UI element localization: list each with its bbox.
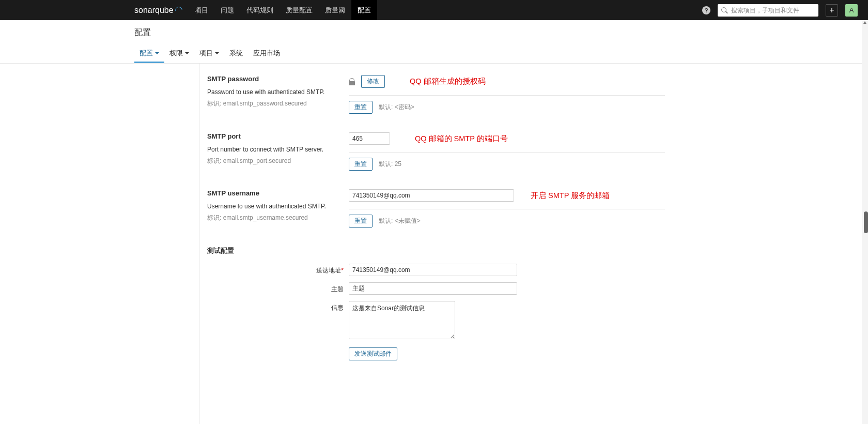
message-label: 信息 — [200, 301, 349, 312]
modify-button[interactable]: 修改 — [361, 75, 385, 88]
setting-description: SMTP port Port number to connect with SM… — [200, 132, 349, 171]
chevron-down-icon — [185, 52, 189, 54]
divider — [349, 95, 665, 96]
test-message-textarea[interactable] — [349, 301, 455, 339]
reset-button[interactable]: 重置 — [349, 101, 373, 114]
divider — [349, 152, 665, 153]
global-search — [718, 4, 818, 17]
annotation-text: QQ 邮箱生成的授权码 — [410, 77, 486, 86]
setting-smtp-password: SMTP password Password to use with authe… — [200, 64, 868, 121]
subnav-marketplace[interactable]: 应用市场 — [248, 46, 285, 63]
main-panel: SMTP password Password to use with authe… — [200, 64, 868, 424]
default-value: 默认: <未赋值> — [379, 217, 421, 225]
default-value: 默认: 25 — [379, 160, 401, 169]
nav-issues[interactable]: 问题 — [214, 0, 240, 20]
subnav-label: 配置 — [140, 49, 153, 58]
setting-key: 标识: email.smtp_port.secured — [207, 157, 338, 165]
help-icon[interactable]: ? — [702, 6, 710, 14]
logo-arc-icon — [175, 6, 183, 14]
nav-rules[interactable]: 代码规则 — [240, 0, 280, 20]
test-subject-row: 主题 — [200, 282, 868, 295]
test-to-input[interactable] — [349, 264, 517, 276]
default-value: 默认: <密码> — [379, 103, 414, 112]
nav-projects[interactable]: 项目 — [189, 0, 214, 20]
subnav-security[interactable]: 权限 — [164, 46, 194, 63]
subnav-system[interactable]: 系统 — [224, 46, 248, 63]
content-area: SMTP password Password to use with authe… — [0, 64, 868, 424]
scroll-up-icon — [863, 21, 866, 24]
scroll-thumb[interactable] — [864, 211, 868, 233]
page-title: 配置 — [134, 27, 868, 38]
setting-control: 修改 QQ 邮箱生成的授权码 重置 默认: <密码> — [349, 75, 868, 114]
setting-title: SMTP password — [207, 75, 338, 83]
subnav-label: 系统 — [229, 49, 243, 58]
chevron-down-icon — [215, 52, 219, 54]
setting-key: 标识: email.smtp_password.secured — [207, 99, 338, 108]
setting-key: 标识: email.smtp_username.secured — [207, 214, 338, 222]
reset-button[interactable]: 重置 — [349, 158, 373, 171]
divider — [349, 209, 665, 209]
nav-admin[interactable]: 配置 — [351, 0, 377, 20]
brand-right: qube — [155, 6, 174, 15]
setting-description: SMTP password Password to use with authe… — [200, 75, 349, 114]
setting-title: SMTP username — [207, 189, 338, 197]
smtp-username-input[interactable] — [349, 189, 514, 202]
to-label: 送达地址* — [200, 264, 349, 275]
test-subject-input[interactable] — [349, 282, 517, 295]
setting-description: SMTP username Username to use with authe… — [200, 189, 349, 228]
reset-button[interactable]: 重置 — [349, 215, 373, 228]
smtp-port-input[interactable] — [349, 132, 390, 145]
subnav-config[interactable]: 配置 — [134, 46, 164, 63]
nav-quality-gates[interactable]: 质量阈 — [319, 0, 351, 20]
send-row: 发送测试邮件 — [200, 347, 868, 360]
test-to-row: 送达地址* — [200, 264, 868, 276]
annotation-text: QQ 邮箱的 SMTP 的端口号 — [415, 134, 508, 144]
global-topbar: sonarqube 项目 问题 代码规则 质量配置 质量阈 配置 ? + A — [0, 0, 868, 20]
lock-icon — [349, 78, 355, 85]
subnav-label: 项目 — [199, 49, 213, 58]
left-sidebar-pad — [0, 64, 200, 424]
send-test-button[interactable]: 发送测试邮件 — [349, 347, 397, 360]
setting-desc: Port number to connect with SMTP server. — [207, 145, 338, 154]
scrollbar[interactable] — [862, 20, 868, 424]
subject-label: 主题 — [200, 282, 349, 294]
setting-desc: Password to use with authenticated SMTP. — [207, 88, 338, 97]
annotation-text: 开启 SMTP 服务的邮箱 — [531, 191, 610, 201]
subnav-projects[interactable]: 项目 — [194, 46, 224, 63]
setting-smtp-username: SMTP username Username to use with authe… — [200, 178, 868, 235]
setting-control: QQ 邮箱的 SMTP 的端口号 重置 默认: 25 — [349, 132, 868, 171]
create-button[interactable]: + — [826, 4, 838, 17]
brand-left: sonar — [134, 6, 155, 15]
subnav-label: 应用市场 — [253, 49, 280, 58]
setting-control: 开启 SMTP 服务的邮箱 重置 默认: <未赋值> — [349, 189, 868, 228]
brand-logo[interactable]: sonarqube — [0, 0, 189, 20]
subnav-label: 权限 — [169, 49, 183, 58]
setting-desc: Username to use with authenticated SMTP. — [207, 202, 338, 211]
page-header: 配置 配置 权限 项目 系统 应用市场 — [0, 20, 868, 64]
search-input[interactable] — [718, 4, 818, 17]
setting-title: SMTP port — [207, 132, 338, 140]
test-config-title: 测试配置 — [200, 235, 868, 264]
setting-smtp-port: SMTP port Port number to connect with SM… — [200, 121, 868, 178]
nav-quality-profiles[interactable]: 质量配置 — [280, 0, 319, 20]
primary-nav: 项目 问题 代码规则 质量配置 质量阈 配置 — [189, 0, 377, 20]
topbar-right: ? + A — [702, 4, 858, 17]
admin-subnav: 配置 权限 项目 系统 应用市场 — [134, 46, 868, 63]
avatar[interactable]: A — [845, 4, 858, 17]
test-message-row: 信息 — [200, 301, 868, 339]
chevron-down-icon — [155, 52, 159, 54]
